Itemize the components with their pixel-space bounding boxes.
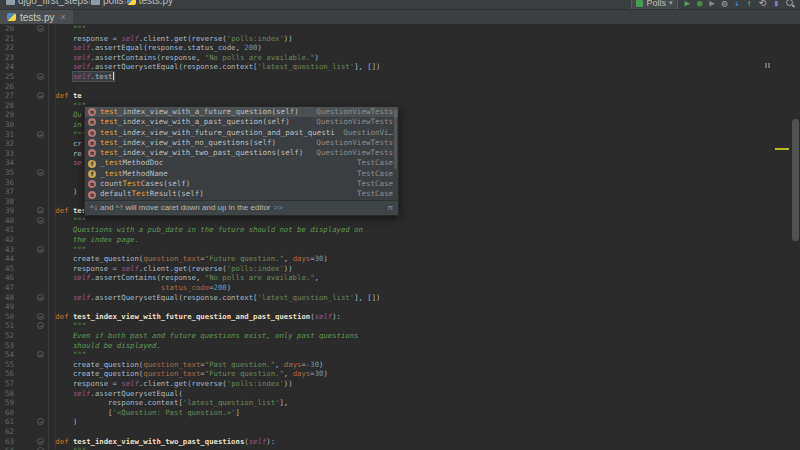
line-number: 26 bbox=[5, 82, 14, 92]
code-line-27: 27− def te bbox=[0, 91, 800, 101]
search-everywhere-icon[interactable] bbox=[786, 0, 794, 7]
completion-item-type: TestCase bbox=[357, 158, 393, 168]
code-line-48: 48− self.assertQuerysetEqual(response.co… bbox=[0, 293, 800, 303]
line-number: 30 bbox=[5, 120, 14, 130]
method-icon: m bbox=[88, 191, 96, 199]
run-config-selector[interactable]: Polls ▾ bbox=[631, 0, 677, 10]
line-number: 50 bbox=[5, 312, 14, 322]
code-line-25: 25− self.test bbox=[0, 72, 800, 82]
editor-lines[interactable]: 20− """21 response = self.client.get(rev… bbox=[0, 24, 800, 450]
editor-scrollbar[interactable] bbox=[792, 119, 799, 241]
python-console-icon[interactable]: ▮ bbox=[774, 0, 779, 8]
breadcrumb-djgo_first_steps[interactable]: djgo_first_steps bbox=[6, 0, 88, 6]
line-number: 60 bbox=[5, 408, 14, 418]
code-text: response = self.client.get(reverse('poll… bbox=[38, 34, 293, 44]
code-line-59: 59 response.context['latest_question_lis… bbox=[0, 398, 800, 408]
completion-item-type: QuestionViewTests bbox=[316, 138, 393, 148]
line-number: 63 bbox=[5, 437, 14, 447]
code-line-53: 53 should be displayed. bbox=[0, 341, 800, 351]
completion-item[interactable]: f_testMethodNameTestCase bbox=[85, 169, 398, 179]
gutter-line-36[interactable]: 36 bbox=[0, 178, 48, 188]
pause-marks-icon bbox=[765, 53, 772, 58]
completion-item-label: _testMethodName bbox=[100, 169, 349, 179]
profiler-icon[interactable]: ◎ bbox=[722, 0, 727, 8]
code-text: re bbox=[38, 149, 82, 159]
completion-item-label: test_index_view_with_no_questions(self) bbox=[100, 138, 308, 148]
method-icon: m bbox=[88, 180, 96, 188]
completion-item-type: QuestionViewTests bbox=[316, 117, 393, 127]
completion-item[interactable]: mtest_index_view_with_a_future_question(… bbox=[85, 107, 398, 117]
breadcrumb-tests.py[interactable]: tests.py bbox=[127, 0, 173, 6]
gutter-line-62[interactable]: 62 bbox=[0, 427, 48, 437]
line-number: 56 bbox=[5, 369, 14, 379]
completion-popup: mtest_index_view_with_a_future_question(… bbox=[84, 106, 399, 216]
completion-item[interactable]: mcountTestCases(self)TestCase bbox=[85, 179, 398, 189]
line-number: 25 bbox=[5, 72, 14, 82]
completion-item[interactable]: mtest_index_view_with_two_past_questions… bbox=[85, 148, 398, 158]
code-text: in bbox=[38, 120, 82, 130]
rollback-icon[interactable]: ⟲ bbox=[759, 0, 767, 8]
debug-icon[interactable]: ● bbox=[697, 0, 702, 8]
tab-tests-py[interactable]: tests.py × bbox=[0, 10, 73, 24]
gutter-line-49[interactable]: 49 bbox=[0, 302, 48, 312]
run-icon[interactable]: ▶ bbox=[685, 0, 690, 8]
line-number: 36 bbox=[5, 178, 14, 188]
update-project-icon[interactable]: ↓ bbox=[734, 0, 739, 8]
code-text: ) bbox=[38, 187, 78, 197]
code-text: self.assertContains(response, "No polls … bbox=[38, 273, 319, 283]
code-line-42: 42 the index page. bbox=[0, 235, 800, 245]
code-line-52: 52 Even if both past and future question… bbox=[0, 331, 800, 341]
completion-item[interactable]: f_testMethodDocTestCase bbox=[85, 158, 398, 168]
code-text: Qu bbox=[38, 110, 82, 120]
relevance-sort-icon[interactable]: π bbox=[387, 203, 393, 212]
hint-more-link[interactable]: >> bbox=[274, 203, 283, 212]
completion-item[interactable]: mtest_index_view_with_no_questions(self)… bbox=[85, 138, 398, 148]
method-icon: m bbox=[88, 139, 96, 147]
completion-item-label: countTestCases(self) bbox=[100, 179, 349, 189]
code-editor[interactable]: 20− """21 response = self.client.get(rev… bbox=[0, 24, 800, 450]
breadcrumb: djgo_first_steps›polls›tests.py bbox=[6, 0, 173, 7]
fold-marker-icon[interactable]: − bbox=[37, 169, 44, 176]
code-text: should be displayed. bbox=[38, 341, 161, 351]
popup-scrollbar[interactable] bbox=[394, 109, 397, 169]
line-number: 48 bbox=[5, 293, 14, 303]
editor-tab-bar: tests.py × bbox=[0, 10, 800, 25]
python-file-icon bbox=[7, 13, 16, 21]
line-number: 42 bbox=[5, 235, 14, 245]
completion-item[interactable]: mtest_index_view_with_a_past_question(se… bbox=[85, 117, 398, 127]
navigation-bar: djgo_first_steps›polls›tests.py Polls ▾ … bbox=[0, 0, 800, 10]
run-config-label: Polls bbox=[646, 0, 666, 8]
close-icon[interactable]: × bbox=[60, 12, 65, 22]
code-text: """ bbox=[38, 101, 86, 111]
completion-hint: ^↓ and ^↑ will move caret down and up in… bbox=[85, 200, 398, 215]
line-number: 31 bbox=[5, 130, 14, 140]
code-text: """ bbox=[38, 446, 86, 450]
completion-item-label: test_index_view_with_a_future_question(s… bbox=[100, 107, 308, 117]
code-line-43: 43− """ bbox=[0, 245, 800, 255]
line-number: 59 bbox=[5, 398, 14, 408]
completion-item[interactable]: mtest_index_view_with_future_question_an… bbox=[85, 128, 398, 138]
line-number: 64 bbox=[5, 446, 14, 450]
run-coverage-icon[interactable]: ▶ bbox=[709, 0, 714, 8]
code-line-40: 40− """ bbox=[0, 216, 800, 226]
code-line-24: 24 self.assertQuerysetEqual(response.con… bbox=[0, 62, 800, 72]
code-line-60: 60 ['<Question: Past question.>'] bbox=[0, 408, 800, 418]
caret-stripe-mark[interactable] bbox=[775, 148, 789, 150]
code-line-62: 62 bbox=[0, 427, 800, 437]
completion-item-type: TestCase bbox=[357, 179, 393, 189]
line-number: 41 bbox=[5, 225, 14, 235]
run-config-icon bbox=[636, 0, 643, 7]
code-text: status_code=200) bbox=[38, 283, 231, 293]
breadcrumb-polls[interactable]: polls bbox=[91, 0, 124, 6]
completion-item-type: TestCase bbox=[357, 169, 393, 179]
code-text: def test_index_view_with_future_question… bbox=[38, 312, 341, 322]
gutter-line-38[interactable]: 38 bbox=[0, 197, 48, 207]
method-icon: m bbox=[88, 118, 96, 126]
completion-item-label: test_index_view_with_two_past_questions(… bbox=[100, 148, 308, 158]
completion-item[interactable]: mdefaultTestResult(self)TestCase bbox=[85, 189, 398, 199]
code-text: self.test bbox=[38, 72, 114, 82]
line-number: 47 bbox=[5, 283, 14, 293]
commit-icon[interactable]: ↑ bbox=[747, 0, 752, 8]
gutter-line-26[interactable]: 26 bbox=[0, 82, 48, 92]
gutter-line-35[interactable]: 35− bbox=[0, 168, 48, 178]
